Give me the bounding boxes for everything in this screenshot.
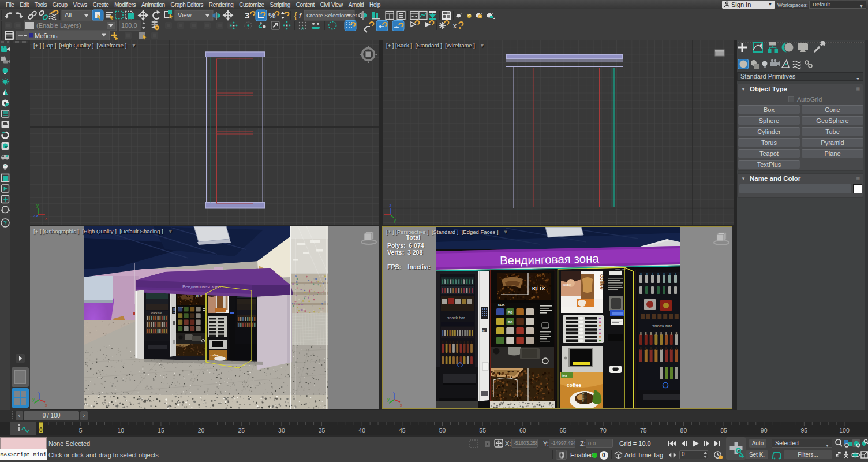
svg-text:coffee: coffee	[567, 382, 581, 388]
svg-text:coffee: coffee	[599, 274, 605, 290]
svg-text:x: x	[453, 22, 457, 30]
svg-text:y: y	[36, 203, 39, 208]
svg-text:%: %	[268, 11, 275, 20]
svg-text:Вендинговая зона: Вендинговая зона	[500, 251, 600, 267]
svg-text:KLIX: KLIX	[196, 295, 202, 298]
svg-text:PG: PG	[508, 321, 513, 324]
svg-text:90: 90	[761, 427, 768, 434]
svg-text:chocolate: chocolate	[582, 392, 585, 403]
svg-text:z: z	[390, 203, 392, 208]
svg-text:{: {	[294, 11, 297, 20]
svg-text:View: View	[178, 12, 192, 18]
svg-text:40: 40	[358, 427, 365, 434]
svg-text:A: A	[301, 27, 304, 31]
svg-text:z: z	[392, 392, 395, 394]
svg-text:5: 5	[79, 427, 83, 434]
svg-text:25: 25	[238, 427, 245, 434]
svg-text:10: 10	[117, 427, 124, 434]
svg-text:70: 70	[600, 427, 607, 434]
svg-text:95: 95	[801, 427, 808, 434]
svg-text:55: 55	[479, 427, 486, 434]
svg-text:z: z	[33, 213, 36, 218]
svg-text:3: 3	[245, 10, 249, 20]
svg-text:▩: ▩	[482, 329, 485, 332]
svg-text:y: y	[394, 218, 396, 223]
svg-text:60: 60	[519, 427, 526, 434]
svg-text:80: 80	[680, 427, 687, 434]
svg-text:кофе: кофе	[563, 283, 571, 286]
svg-text:KLIX: KLIX	[532, 286, 545, 292]
svg-text:(Enable Layers): (Enable Layers)	[36, 22, 81, 29]
svg-text:x: x	[45, 216, 47, 221]
svg-text:65: 65	[560, 427, 567, 434]
svg-text:x: x	[45, 403, 47, 407]
svg-text:100: 100	[839, 427, 850, 434]
svg-text:PG: PG	[508, 311, 513, 314]
svg-text:50: 50	[439, 427, 446, 434]
svg-text:30: 30	[278, 427, 285, 434]
svg-text:45: 45	[399, 427, 406, 434]
svg-text:15: 15	[158, 427, 164, 434]
svg-text:coffee: coffee	[211, 354, 219, 357]
svg-text:x: x	[400, 403, 402, 407]
svg-text:85: 85	[720, 427, 727, 434]
svg-text:35: 35	[319, 427, 326, 434]
svg-text:f: f	[299, 12, 302, 20]
svg-text:tea: tea	[562, 374, 567, 377]
svg-text:z: z	[38, 392, 40, 394]
svg-text:y: y	[32, 397, 35, 402]
svg-text:20: 20	[198, 427, 205, 434]
svg-text:Мебель: Мебель	[35, 32, 58, 39]
svg-text:75: 75	[640, 427, 647, 434]
svg-text:KLIX: KLIX	[498, 303, 505, 307]
svg-text:?: ?	[3, 220, 7, 226]
svg-text:y: y	[387, 397, 390, 402]
svg-text:snack bar: snack bar	[151, 312, 162, 315]
svg-text:All: All	[65, 12, 72, 18]
svg-text:100.0: 100.0	[121, 22, 137, 29]
